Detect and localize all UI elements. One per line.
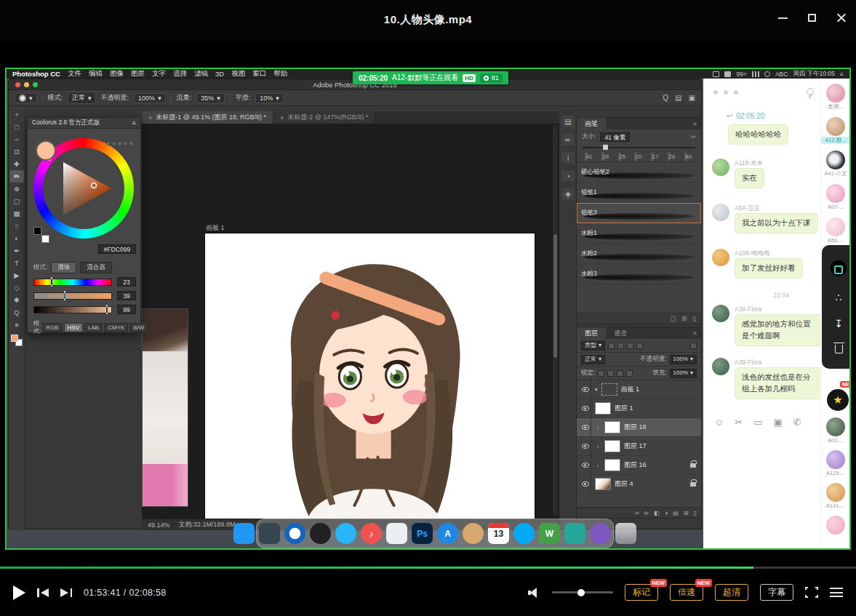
brush-tip[interactable]: 25	[614, 153, 631, 160]
fullscreen-button[interactable]	[805, 587, 818, 598]
scrollbar-thumb[interactable]	[553, 234, 557, 358]
dock-icon-video[interactable]	[590, 523, 611, 544]
white-swatch[interactable]	[41, 235, 49, 243]
member-avatar[interactable]	[826, 84, 845, 103]
cmyk-mode-button[interactable]: CMYK	[104, 323, 128, 332]
share-button[interactable]: ∴	[836, 292, 842, 303]
member-avatar[interactable]	[826, 450, 845, 469]
member-label-speaking[interactable]: A12-默...	[821, 137, 850, 144]
adjustments-icon[interactable]: ✚	[561, 188, 575, 200]
volume-slider[interactable]	[552, 591, 613, 593]
expand-caret-icon[interactable]: ▾	[595, 387, 598, 393]
member-avatar[interactable]	[826, 151, 845, 169]
panel-menu-icon[interactable]: ≡	[693, 329, 701, 337]
value-slider[interactable]: 99	[33, 305, 136, 315]
color-memory-dots[interactable]	[106, 142, 133, 145]
layer-row[interactable]: 图层 1	[577, 399, 701, 418]
layer-name[interactable]: 画板 1	[621, 385, 640, 394]
close-tab-icon[interactable]: ×	[148, 114, 152, 121]
search-icon[interactable]: Q	[663, 94, 668, 102]
menu-help[interactable]: 帮助	[273, 69, 287, 79]
close-tab-icon[interactable]: ×	[280, 114, 284, 121]
artboard[interactable]	[205, 233, 535, 519]
layer-row[interactable]: ↓ 图层 16	[577, 456, 701, 475]
dock-icon-messenger[interactable]	[335, 523, 356, 544]
brush-list-item[interactable]: 水粉1	[577, 223, 701, 244]
brush-list-item[interactable]: 水粉3	[577, 264, 701, 284]
adjustment-layer-icon[interactable]: ◑	[664, 510, 668, 516]
subtitle-button[interactable]: 字幕	[760, 584, 793, 601]
menu-layer[interactable]: 图层	[131, 69, 145, 79]
member-avatar[interactable]	[826, 184, 845, 203]
emoji-icon[interactable]: ☺	[714, 417, 724, 428]
playlist-button[interactable]	[830, 588, 843, 597]
blend-mode-select[interactable]: 正常▾	[581, 355, 605, 364]
avatar[interactable]	[712, 159, 729, 176]
tab-layers[interactable]: 图层	[577, 327, 606, 339]
filter-toggle-icon[interactable]	[690, 343, 697, 349]
brush-size-slider[interactable]	[583, 144, 695, 151]
zoom-level[interactable]: 49.14%	[148, 521, 170, 529]
volume-knob[interactable]	[577, 589, 585, 596]
menubar-clock[interactable]: 周四 下午10:05	[793, 70, 835, 79]
menu-image[interactable]: 图像	[110, 69, 124, 79]
member-label[interactable]: A41-小文	[821, 170, 850, 177]
brush-preset-chip[interactable]: ▾	[15, 93, 37, 103]
lock-pixels-icon[interactable]	[607, 370, 614, 377]
opacity-select[interactable]: 100%▾	[134, 93, 166, 103]
hsv-mode-button[interactable]: HSV	[64, 323, 83, 332]
filter-icon[interactable]	[636, 343, 643, 349]
delete-button[interactable]	[835, 345, 843, 353]
foreground-color-swatch[interactable]	[11, 335, 18, 342]
filter-icon[interactable]	[617, 343, 624, 349]
brush-list-item-selected[interactable]: 铅笔3	[577, 203, 701, 223]
crop-tool[interactable]: ⊡	[10, 145, 24, 158]
saturation-slider[interactable]: 39	[33, 291, 136, 301]
speed-button[interactable]: 倍速 NEW	[670, 584, 703, 601]
fill-value[interactable]: 100%▾	[670, 369, 697, 378]
camera-button[interactable]	[831, 260, 847, 276]
download-button[interactable]: ↧	[834, 319, 843, 329]
visibility-toggle[interactable]	[580, 475, 591, 493]
dock-icon-photoshop[interactable]: Ps	[412, 523, 433, 544]
delete-layer-icon[interactable]: ▯	[694, 510, 697, 516]
screenshot-icon[interactable]: ✂	[735, 417, 743, 428]
dock-icon-appstore[interactable]: A	[437, 523, 458, 544]
layer-name[interactable]: 图层 18	[624, 423, 647, 432]
notification-badge[interactable]: 99+	[736, 71, 746, 78]
image-icon[interactable]: ▣	[773, 417, 782, 428]
document-tab-inactive[interactable]: × 未标题-2 @ 147%(RGB/8) *	[273, 111, 375, 124]
dock-icon-screen-share[interactable]	[564, 523, 585, 544]
gradient-tool[interactable]: ▦	[10, 207, 24, 220]
dodge-tool[interactable]: ◐	[10, 232, 24, 244]
dock-icon-utility[interactable]	[310, 523, 331, 544]
call-icon[interactable]: ✆	[793, 417, 801, 428]
member-avatar[interactable]	[826, 417, 845, 436]
wifi-icon[interactable]	[752, 71, 759, 77]
clone-stamp-tool[interactable]: ⊕	[10, 183, 24, 195]
clone-source-icon[interactable]: ◔	[561, 170, 575, 182]
brush-panel-icon[interactable]: ✏	[561, 134, 575, 145]
menu-type[interactable]: 文字	[152, 69, 166, 79]
artboard-label[interactable]: 画板 1	[206, 223, 225, 233]
layer-name[interactable]: 图层 4	[615, 479, 633, 489]
brush-tip[interactable]: 28	[664, 153, 681, 160]
spotlight-burger-icon[interactable]: ≡	[840, 71, 844, 78]
file-icon[interactable]: ▭	[753, 417, 762, 428]
lock-transparent-icon[interactable]	[598, 370, 604, 377]
sender-name[interactable]: A118-米米	[735, 159, 763, 168]
brush-size-value[interactable]: 41 像素	[600, 132, 630, 142]
mixer-mode-button[interactable]: 混合器	[80, 262, 112, 273]
path-select-tool[interactable]: ▶	[10, 269, 24, 281]
avatar[interactable]	[712, 249, 729, 266]
member-label[interactable]: A50-...	[821, 237, 850, 244]
document-tab-active[interactable]: × 未标题-1 @ 49.1% (图层 18, RGB/8) *	[142, 111, 273, 124]
layer-name[interactable]: 图层 16	[624, 460, 647, 470]
battery-icon[interactable]	[724, 71, 731, 77]
foreground-background-swatches[interactable]	[11, 335, 23, 346]
avatar[interactable]	[712, 358, 729, 375]
maximize-button[interactable]	[807, 13, 817, 23]
dock-icon-pet-app[interactable]	[463, 523, 484, 544]
layer-row-artboard[interactable]: ▾ 画板 1	[577, 380, 701, 399]
dock-icon-music[interactable]: ♪	[361, 523, 382, 544]
